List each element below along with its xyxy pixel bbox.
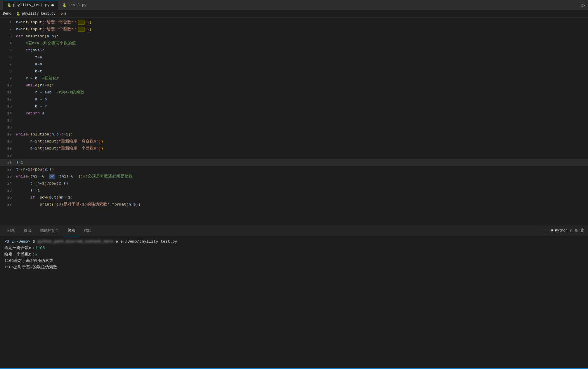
terminal-line-4: 1105是对于基2的强伪素数 bbox=[4, 258, 584, 264]
terminal-panel: 问题 输出 调试控制台 终端 端口 ＋ ⊞ Python ∨ ⊞ 🗑 PS E:… bbox=[0, 225, 588, 368]
code-area[interactable]: 1 n=int(input("给定一奇合数n： ")) 2 b=int(inpu… bbox=[0, 18, 588, 225]
code-line-14: 14 return a bbox=[0, 110, 588, 117]
code-line-11: 11 r = a%b #r为a/b的余数 bbox=[0, 89, 588, 96]
blurred-path: python_path_blurred_content_here bbox=[37, 239, 113, 245]
code-line-22: 22 t=(n-1)/pow(2,s) bbox=[0, 166, 588, 173]
code-line-5: 5 if(b>a): bbox=[0, 47, 588, 54]
code-line-12: 12 a = b bbox=[0, 96, 588, 103]
code-line-18: 18 n=int(input("重新给定一奇合数n")) bbox=[0, 138, 588, 145]
breadcrumb-file-icon: 🐍 bbox=[16, 12, 20, 16]
panel-tabs: 问题 输出 调试控制台 终端 端口 ＋ ⊞ Python ∨ ⊞ 🗑 bbox=[0, 225, 588, 236]
code-line-27: 27 print('{0}是对于基{1}的强伪素数'.format(n,b)) bbox=[0, 201, 588, 208]
breadcrumb: Demo › 🐍 phyllity_test.py › ⊙ s bbox=[0, 10, 588, 18]
code-line-3: 3 def solution(a,b): bbox=[0, 33, 588, 40]
code-line-13: 13 b = r bbox=[0, 103, 588, 110]
code-line-25: 25 s+=1 bbox=[0, 187, 588, 194]
panel-tab-output[interactable]: 输出 bbox=[19, 225, 36, 236]
delete-terminal-icon[interactable]: 🗑 bbox=[580, 228, 585, 233]
code-line-23: 23 while(t%2==0 or t%1!=0 ):#t必须是奇数还必须是整… bbox=[0, 173, 588, 180]
tab-phyllity[interactable]: 🐍 phyllity_test.py bbox=[3, 0, 58, 10]
terminal-type-icon[interactable]: ⊞ Python ∨ bbox=[551, 228, 572, 233]
breadcrumb-symbol-icon: ⊙ bbox=[60, 12, 63, 16]
panel-tab-problem[interactable]: 问题 bbox=[3, 225, 19, 236]
code-line-15: 15 bbox=[0, 117, 588, 124]
code-line-1: 1 n=int(input("给定一奇合数n： ")) bbox=[0, 19, 588, 26]
breadcrumb-symbol[interactable]: s bbox=[64, 12, 66, 16]
code-line-20: 20 bbox=[0, 152, 588, 159]
terminal-line-3: 给定一个整数b：2 bbox=[4, 251, 584, 258]
breadcrumb-sep1: › bbox=[13, 12, 15, 16]
breadcrumb-file[interactable]: phyllity_test.py bbox=[22, 12, 55, 16]
code-line-8: 8 b=t bbox=[0, 68, 588, 75]
terminal-line-1: PS E:\Demo> & python_path_blurred_conten… bbox=[4, 239, 584, 245]
code-line-26: 26 if pow(b,t)%n==1: bbox=[0, 194, 588, 201]
code-line-24: 24 t=(n-1)/pow(2,s) bbox=[0, 180, 588, 187]
code-line-19: 19 b=int(input("重新给定一个整数b")) bbox=[0, 145, 588, 152]
editor: 1 n=int(input("给定一奇合数n： ")) 2 b=int(inpu… bbox=[0, 18, 588, 225]
terminal-body[interactable]: PS E:\Demo> & python_path_blurred_conten… bbox=[0, 236, 588, 368]
code-line-9: 9 r = b #初始化r bbox=[0, 75, 588, 82]
code-line-17: 17 while(solution(n,b)!=1): bbox=[0, 131, 588, 138]
status-bar: CSDN @Back ~ ~ bbox=[0, 368, 588, 369]
tab2-label: test3.py bbox=[68, 3, 86, 7]
code-line-6: 6 t=a bbox=[0, 54, 588, 61]
tab1-modified-dot bbox=[51, 4, 54, 6]
panel-actions: ＋ ⊞ Python ∨ ⊞ 🗑 bbox=[542, 227, 585, 234]
breadcrumb-sep2: › bbox=[57, 12, 59, 16]
panel-tab-ports[interactable]: 端口 bbox=[80, 225, 96, 236]
panel-tab-debug[interactable]: 调试控制台 bbox=[36, 225, 63, 236]
breadcrumb-demo[interactable]: Demo bbox=[3, 12, 11, 16]
code-line-10: 10 while(r!=0): bbox=[0, 82, 588, 89]
code-line-16: 16 bbox=[0, 124, 588, 131]
title-bar: 🐍 phyllity_test.py 🐍 test3.py ▷ bbox=[0, 0, 588, 10]
terminal-line-5: 1105是对于基2的欧拉伪素数 bbox=[4, 264, 584, 271]
code-line-7: 7 a=b bbox=[0, 61, 588, 68]
python-icon: 🐍 bbox=[7, 3, 11, 7]
new-terminal-icon[interactable]: ＋ bbox=[542, 227, 548, 234]
run-button[interactable]: ▷ bbox=[582, 2, 585, 8]
tab1-label: phyllity_test.py bbox=[13, 3, 50, 7]
code-line-21: 21 s=1 bbox=[0, 159, 588, 166]
terminal-line-2: 给定一奇合数n：1105 bbox=[4, 245, 584, 251]
code-line-4: 4 #若b>a，则交换两个数的值 bbox=[0, 40, 588, 47]
code-line-2: 2 b=int(input("给定一个整数b： ")) bbox=[0, 26, 588, 33]
python-icon-2: 🐍 bbox=[63, 3, 67, 7]
panel-tab-terminal[interactable]: 终端 bbox=[63, 225, 80, 236]
tab-test3[interactable]: 🐍 test3.py bbox=[58, 0, 91, 10]
split-terminal-icon[interactable]: ⊞ bbox=[575, 228, 577, 234]
